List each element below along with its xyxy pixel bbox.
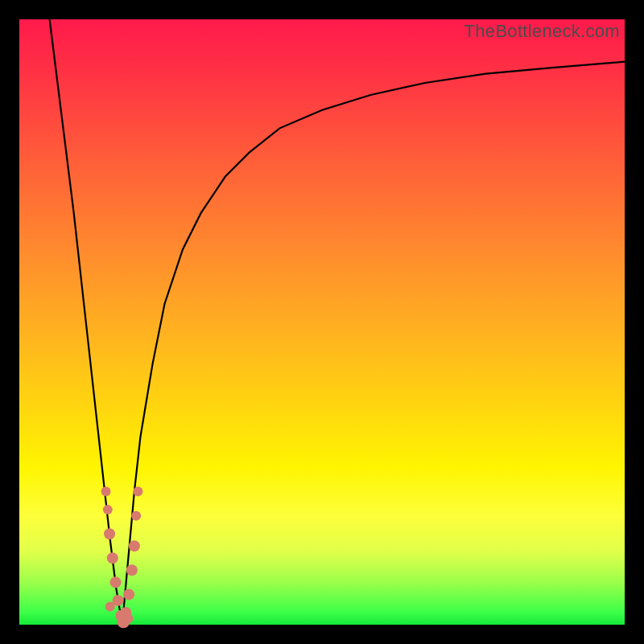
data-point <box>101 487 111 497</box>
data-point <box>105 601 115 611</box>
data-point <box>107 552 118 564</box>
point-cluster <box>101 487 143 629</box>
data-point <box>104 528 115 539</box>
data-point <box>123 613 133 623</box>
data-point <box>126 564 138 576</box>
data-point <box>123 588 134 600</box>
data-point <box>133 487 142 497</box>
plot-area: TheBottleneck.com <box>19 19 625 625</box>
data-point <box>103 505 113 514</box>
data-point <box>110 576 122 588</box>
right-branch-path <box>122 62 625 625</box>
data-point <box>129 540 140 551</box>
data-point <box>131 511 141 521</box>
chart-frame: TheBottleneck.com <box>0 0 644 644</box>
curve-layer <box>19 19 625 625</box>
